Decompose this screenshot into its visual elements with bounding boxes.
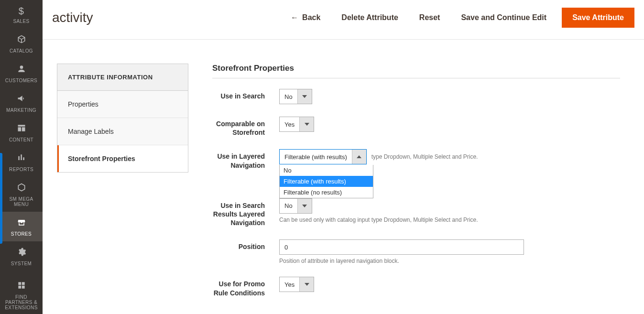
- dropdown-option-filterable-no[interactable]: Filterable (no results): [280, 187, 373, 198]
- panel-item-manage-labels[interactable]: Manage Labels: [57, 118, 188, 145]
- section-rule: [212, 78, 620, 78]
- select-comparable[interactable]: Yes: [279, 117, 314, 132]
- field-promo-rule: Use for Promo Rule Conditions Yes: [212, 277, 620, 297]
- field-comparable: Comparable on Storefront Yes: [212, 117, 620, 137]
- sidebar-item-sales[interactable]: $ SALES: [0, 0, 43, 29]
- dollar-icon: $: [19, 6, 24, 17]
- input-position[interactable]: [279, 239, 524, 255]
- dropdown-option-filterable-with[interactable]: Filterable (with results): [280, 176, 373, 187]
- page-header: activity ←Back Delete Attribute Reset Sa…: [43, 0, 644, 40]
- select-value: No: [280, 89, 297, 104]
- reset-button[interactable]: Reset: [409, 9, 451, 27]
- megaphone-icon: [17, 94, 26, 106]
- chevron-down-icon: [297, 89, 312, 104]
- panel-item-properties[interactable]: Properties: [57, 91, 188, 118]
- sidebar-label: STORES: [11, 231, 32, 237]
- bars-icon: [17, 153, 26, 165]
- save-attribute-button[interactable]: Save Attribute: [562, 8, 634, 28]
- columns: ATTRIBUTE INFORMATION Properties Manage …: [43, 40, 644, 310]
- panel-item-storefront-properties[interactable]: Storefront Properties: [57, 145, 188, 172]
- main-content: activity ←Back Delete Attribute Reset Sa…: [43, 0, 644, 314]
- select-layered-nav[interactable]: Filterable (with results): [279, 149, 367, 164]
- chevron-down-icon: [297, 199, 312, 213]
- store-icon: [17, 217, 26, 229]
- field-layered-nav: Use in Layered Navigation Filterable (wi…: [212, 149, 620, 169]
- sidebar-label: CATALOG: [10, 48, 33, 54]
- field-position: Position Position of attribute in layere…: [212, 239, 620, 264]
- header-actions: ←Back Delete Attribute Reset Save and Co…: [280, 8, 634, 28]
- note-search-layered: Can be used only with catalog input type…: [279, 217, 620, 223]
- sidebar-item-customers[interactable]: CUSTOMERS: [0, 58, 43, 88]
- panel-header: ATTRIBUTE INFORMATION: [57, 64, 188, 91]
- chevron-down-icon: [299, 117, 314, 131]
- sidebar-item-marketing[interactable]: MARKETING: [0, 88, 43, 118]
- select-value: No: [280, 199, 297, 213]
- sidebar-label: CUSTOMERS: [5, 78, 37, 83]
- sidebar-item-content[interactable]: CONTENT: [0, 118, 43, 147]
- attribute-info-panel: ATTRIBUTE INFORMATION Properties Manage …: [57, 64, 188, 173]
- label-use-in-search: Use in Search: [212, 89, 279, 100]
- label-layered-nav: Use in Layered Navigation: [212, 149, 279, 169]
- section-title: Storefront Properties: [212, 64, 620, 73]
- select-value: Yes: [280, 117, 299, 131]
- sidebar-label: SM MEGA MENU: [2, 196, 41, 207]
- sidebar-item-catalog[interactable]: CATALOG: [0, 29, 43, 58]
- sidebar-label: SALES: [13, 19, 29, 24]
- person-icon: [17, 64, 26, 76]
- label-comparable: Comparable on Storefront: [212, 117, 279, 137]
- back-button[interactable]: ←Back: [280, 9, 331, 27]
- note-layered-nav: type Dropdown, Multiple Select and Price…: [371, 153, 478, 160]
- field-use-in-search: Use in Search No: [212, 89, 620, 104]
- gear-icon: [17, 247, 26, 259]
- label-promo-rule: Use for Promo Rule Conditions: [212, 277, 279, 297]
- label-position: Position: [212, 239, 279, 251]
- field-search-layered: Use in Search Results Layered Navigation…: [212, 198, 620, 227]
- back-label: Back: [302, 13, 320, 22]
- chevron-down-icon: [299, 277, 314, 292]
- sidebar-item-stores[interactable]: STORES: [0, 212, 43, 241]
- layout-icon: [17, 123, 26, 135]
- cube-icon: [17, 34, 26, 46]
- dropdown-layered-nav: No Filterable (with results) Filterable …: [279, 165, 373, 198]
- delete-attribute-button[interactable]: Delete Attribute: [331, 9, 409, 27]
- select-use-in-search[interactable]: No: [279, 89, 312, 104]
- label-search-layered: Use in Search Results Layered Navigation: [212, 198, 279, 227]
- save-continue-button[interactable]: Save and Continue Edit: [450, 9, 557, 27]
- sidebar-item-megamenu[interactable]: SM MEGA MENU: [0, 177, 43, 212]
- page-title: activity: [52, 10, 93, 25]
- select-search-layered[interactable]: No: [279, 198, 312, 214]
- hex-icon: [17, 183, 26, 195]
- blocks-icon: [17, 281, 26, 292]
- storefront-properties-form: Storefront Properties Use in Search No C…: [212, 64, 630, 310]
- sidebar-label: REPORTS: [9, 167, 33, 172]
- select-value: Yes: [280, 277, 299, 292]
- sidebar-item-system[interactable]: SYSTEM: [0, 241, 43, 271]
- sidebar-label: MARKETING: [6, 108, 36, 113]
- sidebar-label: CONTENT: [9, 137, 33, 142]
- sidebar-label: SYSTEM: [11, 261, 32, 266]
- sidebar-item-partners[interactable]: FIND PARTNERS & EXTENSIONS: [0, 275, 43, 314]
- chevron-up-icon: [352, 150, 366, 164]
- note-position: Position of attribute in layered navigat…: [279, 258, 620, 264]
- select-promo-rule[interactable]: Yes: [279, 277, 314, 292]
- arrow-left-icon: ←: [291, 13, 298, 22]
- sidebar-label: FIND PARTNERS & EXTENSIONS: [2, 294, 41, 310]
- admin-sidebar: $ SALES CATALOG CUSTOMERS MARKETING CONT…: [0, 0, 43, 314]
- select-value: Filterable (with results): [280, 150, 352, 164]
- sidebar-item-reports[interactable]: REPORTS: [0, 147, 43, 177]
- sidebar-accent-indicator: [0, 153, 2, 244]
- dropdown-option-no[interactable]: No: [280, 165, 373, 176]
